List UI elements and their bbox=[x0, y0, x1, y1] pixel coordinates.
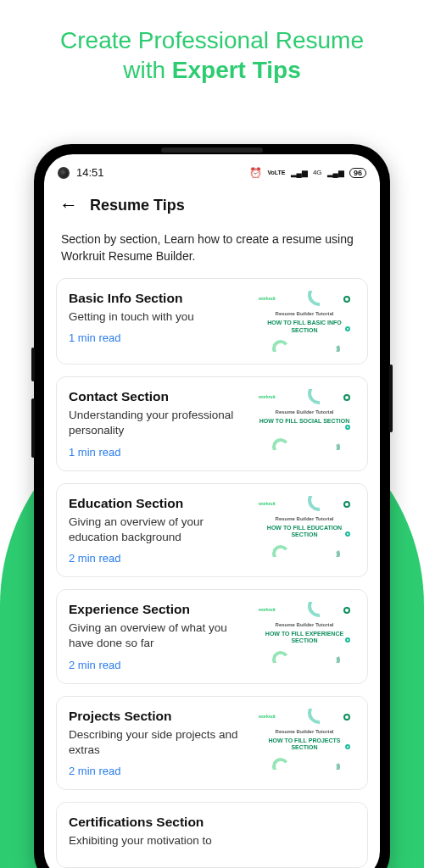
intro-text: Section by section, Learn how to create … bbox=[44, 223, 380, 278]
thumb-title: HOW TO FILL EDUCATION SECTION bbox=[254, 525, 355, 539]
thumb-title: HOW TO FILL BASIC INFO SECTION bbox=[254, 320, 355, 334]
thumb-title: HOW TO FILL SOCIAL SECTION bbox=[254, 418, 355, 425]
tip-title: Projects Section bbox=[69, 709, 245, 724]
tip-subtitle: Giving an overview of what you have done… bbox=[69, 620, 245, 651]
tip-thumbnail: workruit Resume Builder Tutorial HOW TO … bbox=[254, 709, 355, 770]
volte-indicator: VoLTE bbox=[267, 170, 285, 175]
tip-readtime: 1 min read bbox=[69, 446, 245, 459]
hero-line2b: Expert Tips bbox=[172, 57, 301, 83]
tip-subtitle: Understanding your professional personal… bbox=[69, 408, 245, 438]
thumb-subtitle: Resume Builder Tutorial bbox=[254, 622, 355, 627]
tip-card-certifications[interactable]: Certifications Section Exhibiting your m… bbox=[56, 802, 368, 868]
signal-icon: ▂▄▆ bbox=[327, 169, 344, 177]
thumb-subtitle: Resume Builder Tutorial bbox=[254, 311, 355, 316]
hero-line1: Create Professional Resume bbox=[60, 27, 364, 53]
phone-screen: 14:51 ⏰ VoLTE ▂▄▆ 4G ▂▄▆ 96 ← Resume Tip… bbox=[44, 154, 380, 868]
status-bar: 14:51 ⏰ VoLTE ▂▄▆ 4G ▂▄▆ 96 bbox=[44, 154, 380, 184]
thumb-brand: workruit bbox=[259, 714, 276, 719]
thumb-subtitle: Resume Builder Tutorial bbox=[254, 729, 355, 734]
tip-card-contact[interactable]: Contact Section Understanding your profe… bbox=[56, 376, 368, 470]
page-title: Resume Tips bbox=[90, 197, 185, 214]
phone-side-button bbox=[31, 398, 35, 458]
phone-speaker bbox=[161, 147, 263, 153]
thumb-brand: workruit bbox=[259, 394, 276, 399]
network-indicator: 4G bbox=[313, 169, 322, 176]
hero-line2a: with bbox=[123, 57, 172, 83]
tip-subtitle: Exhibiting your motivation to bbox=[69, 833, 355, 849]
tip-subtitle: Describing your side projects and extras bbox=[69, 727, 245, 758]
phone-side-button bbox=[31, 348, 35, 381]
tip-title: Education Section bbox=[69, 496, 245, 511]
tip-card-projects[interactable]: Projects Section Describing your side pr… bbox=[56, 696, 368, 790]
phone-frame: 14:51 ⏰ VoLTE ▂▄▆ 4G ▂▄▆ 96 ← Resume Tip… bbox=[34, 144, 390, 868]
tip-card-basic-info[interactable]: Basic Info Section Getting in touch with… bbox=[56, 278, 368, 364]
tips-list: Basic Info Section Getting in touch with… bbox=[44, 278, 380, 868]
thumb-subtitle: Resume Builder Tutorial bbox=[254, 409, 355, 415]
tip-subtitle: Getting in touch with you bbox=[69, 309, 245, 325]
thumb-title: HOW TO FILL EXPERIENCE SECTION bbox=[254, 631, 355, 645]
tip-title: Basic Info Section bbox=[69, 291, 245, 306]
tip-title: Certifications Section bbox=[69, 815, 355, 830]
app-header: ← Resume Tips bbox=[44, 184, 380, 223]
tip-card-experience[interactable]: Experience Section Giving an overview of… bbox=[56, 589, 368, 683]
thumb-title: HOW TO FILL PROJECTS SECTION bbox=[254, 737, 355, 752]
tip-thumbnail: workruit Resume Builder Tutorial HOW TO … bbox=[254, 496, 355, 557]
tip-card-education[interactable]: Education Section Giving an overview of … bbox=[56, 483, 368, 577]
back-button[interactable]: ← bbox=[59, 194, 78, 216]
tip-thumbnail: workruit Resume Builder Tutorial HOW TO … bbox=[254, 602, 355, 663]
thumb-subtitle: Resume Builder Tutorial bbox=[254, 516, 355, 521]
tip-title: Experience Section bbox=[69, 602, 245, 617]
tip-thumbnail: workruit Resume Builder Tutorial HOW TO … bbox=[254, 291, 355, 352]
alarm-icon: ⏰ bbox=[249, 167, 262, 179]
tip-readtime: 1 min read bbox=[69, 331, 245, 344]
battery-indicator: 96 bbox=[349, 168, 366, 178]
thumb-brand: workruit bbox=[259, 501, 276, 506]
front-camera-icon bbox=[58, 167, 70, 179]
tip-readtime: 2 min read bbox=[69, 765, 245, 777]
thumb-brand: workruit bbox=[259, 607, 276, 612]
tip-readtime: 2 min read bbox=[69, 552, 245, 565]
signal-icon: ▂▄▆ bbox=[291, 169, 308, 177]
hero-heading: Create Professional Resume with Expert T… bbox=[0, 0, 424, 102]
tip-thumbnail: workruit Resume Builder Tutorial HOW TO … bbox=[254, 389, 355, 450]
status-time: 14:51 bbox=[76, 166, 104, 179]
tip-title: Contact Section bbox=[69, 389, 245, 404]
tip-readtime: 2 min read bbox=[69, 659, 245, 671]
thumb-brand: workruit bbox=[259, 296, 276, 301]
tip-subtitle: Giving an overview of your education bac… bbox=[69, 515, 245, 545]
phone-side-button bbox=[389, 364, 393, 432]
